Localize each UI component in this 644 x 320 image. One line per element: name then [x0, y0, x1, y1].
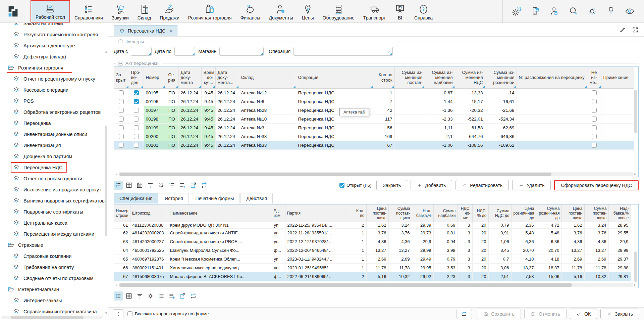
collapse-icon[interactable]	[118, 61, 123, 66]
scroll-left-icon[interactable]	[116, 284, 117, 286]
ribbon-item-9[interactable]: Оборудование	[318, 0, 359, 22]
spec-column-header[interactable]: Сумма постав-щика	[584, 204, 608, 222]
act-table-row[interactable]: 00196ПО26.12.249:4526.12.24Аптека №6Пере…	[114, 97, 634, 106]
act-table-row[interactable]: 00201ПО26.12.249:4526.12.24Аптека №33Пер…	[114, 141, 634, 149]
spec-column-header[interactable]: Сумма постав-щика	[388, 204, 412, 222]
act-horizontal-scrollbar[interactable]	[119, 172, 633, 176]
checkbox[interactable]	[119, 108, 124, 113]
bottom-button-3[interactable]: Закрыть	[600, 309, 639, 319]
act-column-header[interactable]: Про-ве-ден	[129, 67, 144, 88]
spec-table-row[interactable]: 674815068008075Масло эфирное BLACKFOREST…	[114, 272, 631, 281]
checkbox[interactable]	[134, 90, 139, 95]
scrollbar-thumb[interactable]	[634, 90, 637, 133]
act-table-row[interactable]: 00195ПО26.12.249:4526.12.24Аптека №12Пер…	[114, 88, 634, 97]
scroll-up-icon[interactable]	[105, 51, 108, 53]
act-cell-posted[interactable]	[129, 115, 144, 123]
sidebar-horizontal-scrollbar[interactable]	[1, 316, 103, 319]
act-button-1[interactable]: Добавить	[411, 180, 452, 190]
spec-column-header[interactable]: НДС, % до	[472, 204, 488, 222]
checkbox[interactable]	[592, 134, 597, 139]
act-column-header[interactable]: Не из-ме...	[587, 67, 601, 88]
checkbox[interactable]	[119, 143, 124, 148]
bottom-button-2[interactable]: ОК	[570, 309, 597, 319]
sidebar-item-6[interactable]: Кассовые операции	[0, 84, 108, 95]
act-cell-closed[interactable]	[114, 106, 129, 115]
spec-table-row[interactable]: 663800021151401Хигиенична мусс ср-во пед…	[114, 263, 631, 272]
tab-pereocenka-nds[interactable]: Переоценка НДС ×	[114, 25, 177, 36]
scroll-right-icon[interactable]	[634, 284, 636, 286]
ribbon-item-5[interactable]: Розничная торговля	[184, 0, 236, 22]
open-f6-checkbox[interactable]: Открыт (F6)	[339, 183, 371, 188]
spec-vertical-scrollbar[interactable]	[634, 205, 638, 282]
date-from-input[interactable]	[131, 47, 152, 56]
ribbon-item-2[interactable]: Закупки	[107, 0, 133, 22]
act-cell-unchanged[interactable]	[587, 97, 601, 106]
checkbox[interactable]	[134, 117, 139, 122]
bottom-button-0[interactable]: Сохранить	[477, 309, 521, 319]
ribbon-item-11[interactable]: BI	[390, 0, 410, 22]
sidebar-item-1[interactable]: Результат приемочного контроля	[0, 29, 108, 40]
sidebar-item-8[interactable]: Обработка электронных рецептов	[0, 106, 108, 118]
checkbox[interactable]	[119, 117, 124, 122]
act-cell-closed[interactable]	[114, 123, 129, 132]
ribbon-item-0[interactable]: Рабочий стол	[31, 0, 70, 22]
act-column-header[interactable]: Примечание	[601, 67, 634, 88]
fullscreen-icon[interactable]	[632, 27, 639, 33]
loop-tool-icon[interactable]	[200, 181, 209, 190]
sidebar-item-25[interactable]: Интернет-заказы	[0, 295, 108, 306]
ribbon-item-10[interactable]: Транспорт	[359, 0, 390, 22]
act-column-header[interactable]: Сумма из-менения надбавки	[425, 67, 455, 88]
act-cell-unchanged[interactable]	[587, 132, 601, 141]
spec-horizontal-scrollbar[interactable]	[119, 283, 633, 287]
sidebar-item-5[interactable]: Отчет по рецептурному отпуску	[0, 73, 108, 84]
filter-tool-icon[interactable]	[146, 181, 155, 190]
sidebar-item-24[interactable]: Интернет-магазин	[0, 284, 108, 295]
spec-column-header[interactable]: Сумма рознич-ная до	[536, 204, 561, 222]
spec-table-row[interactable]: 624814202000203Спрей-флюид для очистки A…	[114, 228, 631, 237]
checkbox[interactable]	[592, 99, 597, 104]
scroll-right-icon[interactable]	[634, 173, 636, 175]
spec-column-header[interactable]: Ед. изм	[272, 204, 285, 222]
loop-tool-icon[interactable]	[189, 291, 198, 301]
sidebar-item-20[interactable]: Страховые	[0, 239, 108, 250]
pin-icon[interactable]	[606, 6, 616, 16]
grid-tool-icon[interactable]	[124, 181, 133, 190]
act-cell-posted[interactable]	[129, 132, 144, 141]
act-column-header[interactable]: Дата доку-мента	[178, 67, 201, 88]
checkbox[interactable]	[134, 108, 139, 113]
checkbox[interactable]	[592, 90, 597, 95]
detail-tab-1[interactable]: История	[159, 193, 189, 203]
refresh-button[interactable]	[457, 309, 472, 319]
checkbox[interactable]	[119, 99, 124, 104]
numlist-tool-icon[interactable]	[167, 181, 176, 190]
spec-column-header[interactable]: Наименование	[168, 204, 272, 222]
act-button-4[interactable]: Сформировать переоценку НДС	[554, 180, 639, 190]
sidebar-item-12[interactable]: Дооценка по партиям	[0, 151, 108, 162]
act-column-header[interactable]: Кол-во строк	[373, 67, 394, 88]
spec-column-header[interactable]: Цена рознич-ная до	[511, 204, 536, 222]
gears-icon[interactable]	[512, 6, 522, 16]
sidebar-item-21[interactable]: Страховые компании	[0, 250, 108, 262]
gear-tool-icon[interactable]	[146, 291, 155, 301]
sidebar-item-23[interactable]: Сводные отчеты по страховым	[0, 273, 108, 284]
sidebar-item-15[interactable]: Исключение из продажи по сроку г	[0, 184, 108, 195]
calendar-tool-icon[interactable]	[135, 181, 144, 190]
operation-select[interactable]	[293, 47, 393, 56]
spec-column-header[interactable]: Штрихкод	[130, 204, 168, 222]
scrollbar-thumb[interactable]	[11, 316, 84, 319]
scroll-down-icon[interactable]	[105, 312, 108, 314]
checkbox[interactable]	[127, 311, 132, 316]
act-table-row[interactable]: 00197ПО26.12.249:4526.12.24Аптека №28Пер…	[114, 106, 634, 115]
ribbon-item-6[interactable]: Финансы	[236, 0, 265, 22]
spec-column-header[interactable]: Цена постав-щика	[561, 204, 584, 222]
listplus-tool-icon[interactable]	[167, 291, 176, 301]
external-tool-icon[interactable]	[189, 181, 198, 190]
form-adjust-checkbox[interactable]: Включить корректировку на форме	[127, 311, 209, 316]
checkbox[interactable]	[134, 134, 139, 139]
sidebar-item-2[interactable]: Артикулы в дефектуре	[0, 40, 108, 51]
act-column-header[interactable]: Операция	[296, 67, 373, 88]
act-vertical-scrollbar[interactable]	[634, 67, 638, 171]
sidebar-item-17[interactable]: Подарочные сертификаты	[0, 206, 108, 217]
act-table-row[interactable]: 00199ПО26.12.249:4526.12.24Аптека №3Пере…	[114, 123, 634, 132]
spec-table-row[interactable]: 654600697192376Крем "Невская Косметика О…	[114, 255, 631, 263]
